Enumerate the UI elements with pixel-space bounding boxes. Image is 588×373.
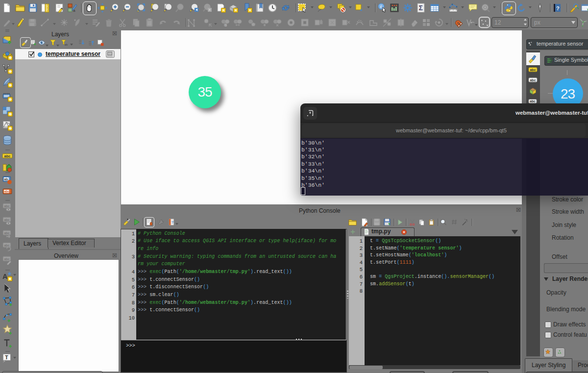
svg-text:abc: abc — [4, 204, 10, 208]
svg-text:?: ? — [172, 220, 174, 224]
svg-text:abc: abc — [4, 154, 11, 158]
svg-text:S: S — [225, 24, 227, 27]
svg-text:abc: abc — [4, 231, 10, 235]
svg-text:abc: abc — [530, 78, 536, 82]
svg-text:Σ: Σ — [419, 4, 423, 12]
svg-text:ab: ab — [4, 177, 8, 181]
svg-text:ab: ab — [65, 43, 68, 46]
svg-text:T: T — [5, 354, 8, 360]
svg-text:abc: abc — [4, 244, 10, 247]
svg-text:abc: abc — [4, 218, 10, 222]
svg-text:?: ? — [556, 5, 560, 11]
svg-text:a: a — [73, 8, 75, 13]
svg-text:abc: abc — [4, 190, 10, 193]
svg-text:abc: abc — [4, 257, 10, 261]
svg-text:abc: abc — [530, 68, 536, 72]
svg-text:abc: abc — [530, 99, 536, 103]
svg-text:A: A — [2, 273, 7, 280]
